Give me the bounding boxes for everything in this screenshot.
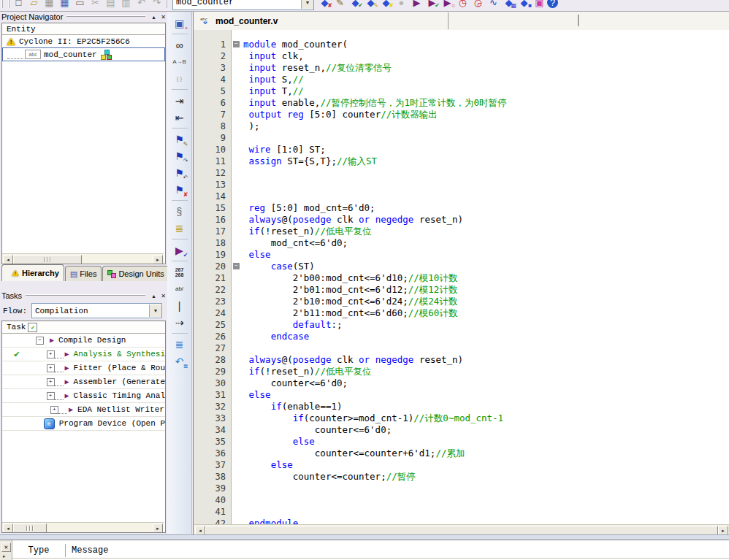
scroll-left-icon[interactable]: ◄	[3, 523, 13, 533]
new-file-icon[interactable]: □	[11, 0, 26, 9]
pin-planner-icon[interactable]: ◆✎	[363, 0, 378, 9]
start-timing-icon[interactable]: ▶○	[440, 0, 455, 9]
device-label: Cyclone II: EP2C5F256C6	[19, 37, 130, 46]
task-row-eda-netlist-writer[interactable]: +▶EDA Netlist Writer	[2, 403, 165, 417]
navigator-hscrollbar[interactable]: ◄ ►	[2, 253, 164, 264]
line-number: 23	[194, 296, 232, 307]
hierarchy-mini-icon	[101, 50, 112, 59]
code-editor[interactable]: 1−module mod_counter(2 input clk,3 input…	[194, 30, 729, 534]
netlist-viewer-icon[interactable]: ◆▦	[501, 0, 516, 9]
goto-line-icon[interactable]: ⇢	[170, 314, 189, 331]
task-row-program-device-open-p[interactable]: ≋Program Device (Open P	[2, 417, 165, 431]
find-icon[interactable]: ∞	[170, 37, 189, 53]
next-bookmark-icon[interactable]: ⚑↷	[170, 147, 189, 164]
task-column-header: Task ✔	[2, 321, 165, 334]
expand-expander-icon[interactable]: +	[47, 350, 55, 358]
device-tree-item[interactable]: ! Cyclone II: EP2C5F256C6	[2, 35, 165, 47]
task-row-assembler-generate[interactable]: +▶Assembler (Generate	[2, 375, 165, 389]
messages-type-column-header: Type	[12, 544, 66, 557]
line-number: 24	[194, 307, 232, 319]
indent-icon[interactable]: ⇥	[170, 92, 189, 109]
tab-hierarchy[interactable]: ! Hierarchy	[1, 264, 64, 281]
tab-mod-counter-v[interactable]: ⇕abc mod_counter.v	[195, 12, 449, 29]
comment-selection-icon[interactable]: ≣	[170, 336, 189, 353]
new-document-window-icon[interactable]: ▣+	[170, 15, 189, 31]
line-number: 34	[194, 424, 232, 436]
insert-template-icon[interactable]: ≣	[170, 220, 189, 237]
tasks-scroll-thumb[interactable]	[13, 523, 47, 533]
attach-file-icon[interactable]: §	[170, 203, 189, 220]
help-icon[interactable]: ?	[547, 0, 558, 8]
task-row-classic-timing-anal[interactable]: +▶Classic Timing Anal	[2, 389, 165, 403]
task-label: EDA Netlist Writer	[77, 405, 164, 414]
save-all-icon[interactable]: ▦	[57, 0, 72, 9]
fold-collapse-icon[interactable]: −	[233, 263, 240, 269]
code-lines: 1−module mod_counter(2 input clk,3 input…	[194, 39, 729, 529]
entity-tree-item-mod-counter[interactable]: abc mod_counter	[2, 47, 165, 61]
editor-hscrollbar[interactable]: ◄ ►	[194, 524, 729, 534]
messages-message-column-header: Message	[66, 544, 108, 557]
scroll-right-icon[interactable]: ►	[153, 523, 163, 533]
code-line: 7 output reg [5:0] counter//计数器输出	[194, 109, 729, 120]
classic-timing-clock-icon[interactable]: ◶	[470, 0, 486, 9]
combo-dropdown-icon[interactable]: ▼	[301, 0, 313, 9]
open-file-icon[interactable]: ▱	[26, 0, 42, 9]
tab-files[interactable]: ▤ Files	[65, 266, 102, 281]
current-document-combo[interactable]: mod_counter ▼	[172, 0, 314, 10]
start-compilation-icon[interactable]: ▶	[409, 0, 424, 9]
clear-bookmarks-icon[interactable]: ⚑✘	[170, 181, 189, 198]
text-case-icon[interactable]: ab/	[170, 280, 189, 297]
replace-icon[interactable]: A→B	[170, 53, 189, 70]
program-device-icon: ≋	[44, 418, 55, 429]
task-row-analysis-synthesi[interactable]: ✔+▶Analysis & Synthesi	[2, 348, 165, 361]
technology-viewer-icon[interactable]: ◆■	[516, 0, 532, 9]
previous-bookmark-icon[interactable]: ⚑↶	[170, 164, 189, 181]
scroll-right-icon[interactable]: ►	[153, 255, 163, 264]
undo-icon[interactable]: ↶	[134, 0, 149, 9]
outdent-icon[interactable]: ⇤	[170, 109, 189, 126]
stop-icon[interactable]: ●	[394, 0, 409, 9]
timing-settings-icon[interactable]: ◆✔	[348, 0, 363, 9]
collapse-expander-icon[interactable]: −	[36, 337, 44, 345]
line-numbers-icon[interactable]: 267 268	[170, 264, 189, 280]
task-row-compile-design[interactable]: −▶Compile Design	[2, 334, 165, 348]
uncomment-selection-icon[interactable]: ↶≣	[170, 353, 189, 369]
task-row-fitter-place-rou[interactable]: +▶Fitter (Place & Rou	[2, 361, 165, 375]
print-icon[interactable]: ▭	[72, 0, 88, 9]
timequest-clock-icon[interactable]: ◷	[455, 0, 470, 9]
analyze-current-file-icon[interactable]: ▶✔	[170, 242, 189, 258]
toggle-bookmark-icon[interactable]: ⚑✎	[170, 131, 189, 147]
settings-icon[interactable]: ◆✘	[317, 0, 332, 9]
line-number: 30	[194, 377, 232, 389]
settings-icon-overlay: ✘	[327, 2, 332, 9]
assignment-editor-icon[interactable]: ✎	[332, 0, 348, 9]
expand-expander-icon[interactable]: +	[47, 364, 55, 372]
flow-dropdown-icon[interactable]: ▼	[149, 304, 161, 317]
design-assistant-icon[interactable]: ◆✘	[378, 0, 394, 9]
expand-expander-icon[interactable]: +	[47, 392, 55, 400]
waveform-simulator-icon[interactable]: ∿	[486, 0, 501, 9]
save-icon[interactable]: ▦	[42, 0, 57, 9]
navigator-scroll-thumb[interactable]	[13, 255, 82, 264]
paste-icon[interactable]: ▥	[118, 0, 134, 9]
messages-more-icon[interactable]: ▸	[3, 553, 6, 559]
analyze-current-file-icon-overlay: ✔	[183, 252, 188, 258]
cut-icon[interactable]: ✂	[88, 0, 103, 9]
task-label: Compile Design	[58, 336, 126, 345]
insert-bar-icon[interactable]: |	[170, 297, 189, 314]
redo-icon[interactable]: ↷	[149, 0, 164, 9]
start-analysis-icon[interactable]: ▶✔	[424, 0, 440, 9]
tasks-hscrollbar[interactable]: ◄ ►	[2, 522, 164, 532]
fold-collapse-icon[interactable]: −	[233, 41, 240, 47]
expand-expander-icon[interactable]: +	[47, 378, 55, 386]
programmer-icon[interactable]: ▣	[532, 0, 547, 9]
collapse-panel-icon[interactable]: ▴	[149, 12, 159, 21]
collapse-panel-icon[interactable]: ▴	[149, 291, 159, 300]
flow-combo[interactable]: Compilation ▼	[31, 303, 162, 318]
expand-expander-icon[interactable]: +	[50, 406, 58, 414]
copy-icon[interactable]: ▤	[103, 0, 118, 9]
close-messages-icon[interactable]: ✕	[1, 542, 11, 552]
matching-brace-icon[interactable]: { }	[170, 70, 189, 87]
tab-design-units[interactable]: Design Units	[102, 266, 169, 281]
scroll-left-icon[interactable]: ◄	[3, 255, 13, 264]
